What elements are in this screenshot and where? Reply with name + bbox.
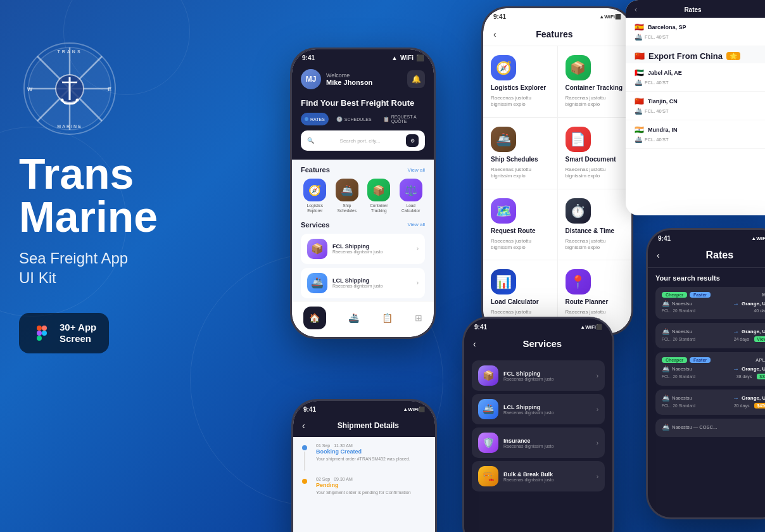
rate-card-cosco[interactable]: 🚢 Naoestsu — COSC...	[655, 419, 765, 437]
svc-lcl[interactable]: 🚢 LCL Shipping Raecenas dignissim justo …	[472, 394, 605, 424]
freight-title: Find Your Best Freight Route	[301, 98, 425, 108]
feat-smart-document[interactable]: 📄 Smart Document Raecenas justottu bigni…	[558, 118, 632, 189]
shipment-back-button[interactable]: ‹	[302, 421, 305, 431]
shipment-phone: 9:41 ▲WiFi⬛ ‹ Shipment Details 01 Sep 11…	[291, 399, 437, 532]
avatar: MJ	[301, 69, 321, 89]
features-view-all[interactable]: View all	[408, 167, 425, 173]
rates-content: Your search results Cheaper Faster MA 🚢 …	[648, 268, 765, 447]
svg-rect-17	[37, 331, 42, 336]
svg-point-10	[76, 99, 79, 102]
ship-icon-mundra: 🚢	[635, 136, 642, 143]
view-btn[interactable]: View	[754, 336, 765, 342]
ship-icon-rate1: 🚢	[662, 300, 669, 307]
service-arrow-2: ›	[417, 279, 419, 286]
rate-card-3[interactable]: Cheaper Faster APL S 🚢 Naoestsu → Grange…	[655, 352, 765, 386]
badge-cheaper-1: Cheaper	[662, 292, 687, 298]
jabel-ali-flag: 🇦🇪	[635, 68, 644, 77]
svg-rect-16	[42, 326, 47, 331]
svc-insurance[interactable]: 🛡️ Insurance Raecenas dignissim justo ›	[472, 428, 605, 458]
status-bar-main: 9:41 ▲WiFi⬛	[292, 49, 434, 64]
services-back-button[interactable]: ‹	[473, 339, 476, 349]
nav-grid[interactable]: ⊞	[415, 313, 422, 323]
feat-request-route[interactable]: 🗺️ Request Route Raecenas justottu bigni…	[483, 189, 557, 260]
export-barcelona[interactable]: 🇪🇸 Barcelona, SP 🚢 FCL. 40'ST	[626, 18, 765, 46]
features-phone-header: ‹ Features	[483, 23, 631, 46]
svg-text:MARINE: MARINE	[57, 124, 82, 129]
svc-fcl[interactable]: 📦 FCL Shipping Raecenas dignissim justo …	[472, 360, 605, 391]
svc-bulk[interactable]: 🏗️ Bulk & Break Bulk Raecenas dignissim …	[472, 461, 605, 491]
svc-arrow-fcl: ›	[597, 372, 598, 379]
ship-icon-rate3: 🚢	[662, 365, 669, 372]
feature-ship-schedules[interactable]: 🚢 Ship Schedules	[333, 179, 362, 213]
brand-title: Trans Marine	[19, 152, 260, 238]
shipment-status-bar: 9:41 ▲WiFi⬛	[293, 401, 435, 415]
svc-arrow-lcl: ›	[597, 406, 598, 413]
tab-bar: RATES 🕐 SCHEDULES 📋 REQUEST A QUOTE	[301, 113, 425, 125]
tab-schedules[interactable]: 🕐 SCHEDULES	[332, 113, 376, 125]
price-badge-4: $450	[754, 403, 765, 408]
tab-rates[interactable]: RATES	[301, 113, 329, 125]
main-phone: 9:41 ▲WiFi⬛ MJ Welcome Mike Jhonson 🔔 Fi…	[290, 48, 436, 339]
feat-container-tracking[interactable]: 📦 Container Tracking Raecenas justottu b…	[558, 46, 632, 117]
features-phone: 9:41 ▲WiFi⬛ ‹ Features 🧭 Logistics Explo…	[481, 6, 633, 336]
feat-distance-time[interactable]: ⏱️ Distance & Time Raecenas justottu big…	[558, 189, 632, 260]
feature-load-calc[interactable]: ⚖️ Load Calculator	[397, 179, 426, 213]
svg-rect-15	[37, 326, 42, 331]
rate-card-1[interactable]: Cheaper Faster MA 🚢 Naoestsu → Grange, U…	[655, 287, 765, 319]
rates-back-button[interactable]: ‹	[657, 250, 660, 260]
shipment-content: 01 Sep 11.30 AM Booking Created Your shi…	[293, 437, 435, 508]
export-jabel-ali[interactable]: 🇦🇪 Jabel Ali, AE 🚢 FCL. 40'ST	[626, 63, 765, 92]
service-fcl[interactable]: 📦 FCL Shipping Raecenas dignissim justo …	[301, 234, 425, 264]
price-badge-3: $38	[757, 374, 765, 379]
search-bar[interactable]: 🔍 Search port, city... ⚙	[301, 130, 425, 151]
features-full-grid: 🧭 Logistics Explorer Raecenas justottu b…	[483, 46, 631, 331]
rate-card-2[interactable]: 🚢 Naoestsu → Grange, UK FCL . 20 Standar…	[655, 323, 765, 348]
svc-arrow-insurance: ›	[597, 440, 598, 446]
nav-list[interactable]: 📋	[382, 313, 393, 323]
main-header: MJ Welcome Mike Jhonson 🔔	[292, 64, 434, 98]
svg-text:TRANS: TRANS	[57, 49, 82, 54]
export-mundra[interactable]: 🇮🇳 Mundra, IN 🚢 FCL. 40'ST	[626, 120, 765, 149]
badge-cheaper-3: Cheaper	[662, 357, 687, 363]
main-content: Features View all 🧭 Logistics Explorer 🚢…	[292, 160, 434, 305]
features-section-header: Features View all	[301, 166, 425, 174]
badge-faster-1: Faster	[690, 292, 711, 298]
mundra-flag: 🇮🇳	[635, 125, 644, 134]
filter-button[interactable]: ⚙	[406, 134, 419, 147]
search-section: Find Your Best Freight Route RATES 🕐 SCH…	[292, 98, 434, 160]
rate-card-4[interactable]: 🚢 Naoestsu → Grange, UK FCL . 20 Standar…	[655, 390, 765, 415]
back-button[interactable]: ‹	[493, 29, 496, 39]
feature-container[interactable]: 📦 Container Tracking	[365, 179, 393, 213]
features-grid: 🧭 Logistics Explorer 🚢 Ship Schedules 📦 …	[301, 179, 425, 213]
notification-icon-btn[interactable]: 🔔	[407, 70, 425, 88]
service-arrow-1: ›	[417, 245, 419, 252]
svg-text:E: E	[108, 86, 111, 92]
nav-ship[interactable]: 🚢	[348, 313, 359, 323]
bottom-nav: 🏠 🚢 📋 ⊞	[292, 301, 434, 337]
services-status-bar: 9:41 ▲WiFi⬛	[464, 319, 612, 333]
badge-faster-3: Faster	[690, 357, 711, 363]
shipment-header: ‹ Shipment Details	[293, 415, 435, 437]
figma-badge: 30+ App Screen	[19, 313, 109, 353]
logo-container: TRANS MARINE W E	[19, 38, 120, 139]
svg-rect-19	[37, 336, 42, 341]
ship-icon-tianjin: 🚢	[635, 108, 642, 115]
barcelona-flag: 🇪🇸	[635, 23, 644, 32]
brand-section: TRANS MARINE W E Trans Marine Sea Freigh…	[19, 38, 260, 353]
feature-logistics[interactable]: 🧭 Logistics Explorer	[301, 179, 329, 213]
feat-logistics-explorer[interactable]: 🧭 Logistics Explorer Raecenas justottu b…	[483, 46, 557, 117]
tab-request[interactable]: 📋 REQUEST A QUOTE	[379, 113, 425, 125]
features-status-bar: 9:41 ▲WiFi⬛	[483, 8, 631, 23]
services-view-all[interactable]: View all	[408, 222, 425, 227]
tianjin-flag: 🇨🇳	[635, 97, 644, 106]
ship-icon-rate2: 🚢	[662, 328, 669, 335]
export-title: 🇨🇳 Export From China 🌟	[635, 51, 756, 61]
svc-arrow-bulk: ›	[597, 473, 598, 480]
nav-home[interactable]: 🏠	[303, 307, 326, 329]
rates-phone: 9:41 ▲WiFi⬛ ‹ Rates Your search results …	[646, 228, 765, 519]
timeline-pending: 02 Sep 09.30 AM Pending Your Shipment or…	[302, 477, 426, 495]
ship-icon-cosco: 🚢	[662, 424, 669, 431]
export-tianjin[interactable]: 🇨🇳 Tianjin, CN 🚢 FCL. 40'ST	[626, 92, 765, 120]
feat-ship-schedules[interactable]: 🚢 Ship Schedules Raecenas justottu bigni…	[483, 118, 557, 189]
service-lcl[interactable]: 🚢 LCL Shipping Raecenas dignissim justo …	[301, 268, 425, 298]
